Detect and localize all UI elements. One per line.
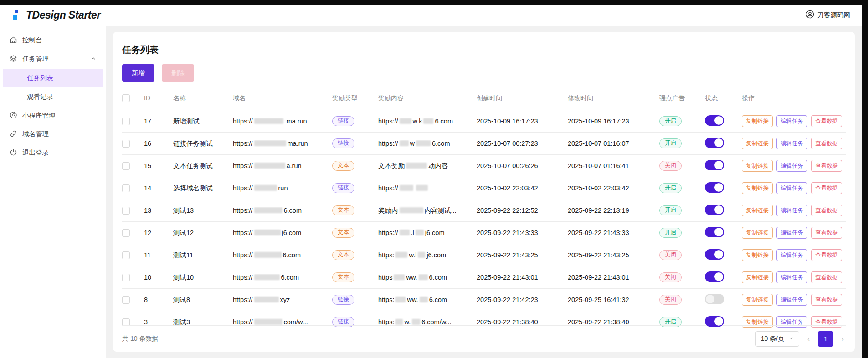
cell-created-time: 2025-09-22 21:43:25 (477, 251, 568, 259)
menu-collapse-icon[interactable] (109, 11, 119, 20)
edit-task-button[interactable]: 编辑任务 (776, 271, 807, 283)
row-checkbox[interactable] (122, 251, 130, 259)
status-toggle[interactable] (705, 205, 724, 215)
sidebar-item-task-management[interactable]: 任务管理 (0, 50, 106, 68)
sidebar-item-label: 控制台 (22, 36, 42, 45)
cell-modified-time: 2025-09-25 16:41:32 (568, 296, 659, 303)
force-ad-badge: 开启 (659, 138, 682, 149)
sidebar: 控制台 任务管理 任务列表 观看记录 小程序管理 (0, 26, 106, 358)
view-data-button[interactable]: 查看数据 (811, 205, 842, 216)
row-checkbox[interactable] (122, 184, 130, 192)
row-checkbox[interactable] (122, 207, 130, 215)
copy-link-button[interactable]: 复制链接 (742, 115, 773, 127)
status-toggle[interactable] (705, 316, 724, 327)
cell-modified-time: 2025-09-22 21:43:33 (568, 229, 659, 236)
select-all-checkbox[interactable] (122, 94, 130, 102)
user-menu[interactable]: 刀客源码网 (806, 10, 851, 20)
edit-task-button[interactable]: 编辑任务 (776, 249, 807, 261)
status-toggle[interactable] (705, 182, 724, 193)
cell-name: 新增测试 (173, 117, 233, 126)
cell-id: 8 (144, 296, 173, 303)
cell-id: 15 (144, 162, 173, 169)
column-header-force-ad: 强点广告 (659, 94, 705, 102)
sidebar-item-watch-records[interactable]: 观看记录 (3, 87, 103, 106)
delete-button[interactable]: 删除 (162, 64, 194, 82)
edit-task-button[interactable]: 编辑任务 (776, 205, 807, 216)
edit-task-button[interactable]: 编辑任务 (776, 227, 807, 239)
cell-reward-content: https:ww.6.com (378, 296, 477, 303)
cell-domain: https://6.com (233, 207, 332, 214)
censored-blur (254, 274, 280, 280)
user-name: 刀客源码网 (817, 11, 851, 20)
cell-id: 10 (144, 274, 173, 281)
table-footer: 共 10 条数据 10 条/页 ‹ 1 › (122, 325, 846, 352)
cell-domain: https://run (233, 184, 332, 192)
prev-page-button[interactable]: ‹ (806, 335, 812, 343)
view-data-button[interactable]: 查看数据 (811, 182, 842, 194)
copy-link-button[interactable]: 复制链接 (742, 160, 773, 172)
table-row: 10 测试10 https://6.com 文本 httpsww.6.com 2… (122, 266, 846, 288)
view-data-button[interactable]: 查看数据 (811, 249, 842, 261)
view-data-button[interactable]: 查看数据 (811, 271, 842, 283)
cell-id: 12 (144, 229, 173, 236)
next-page-button[interactable]: › (840, 335, 846, 343)
add-button[interactable]: 新增 (122, 64, 154, 82)
sidebar-item-dashboard[interactable]: 控制台 (0, 31, 106, 50)
cell-reward-content: 文本奖励动内容 (378, 162, 477, 170)
censored-blur (400, 140, 409, 146)
copy-link-button[interactable]: 复制链接 (742, 294, 773, 306)
view-data-button[interactable]: 查看数据 (811, 138, 842, 149)
table-row: 17 新增测试 https://.ma.run 链接 https://w.k6.… (122, 110, 846, 132)
view-data-button[interactable]: 查看数据 (811, 294, 842, 306)
view-data-button[interactable]: 查看数据 (811, 115, 842, 127)
row-checkbox[interactable] (122, 140, 130, 148)
edit-task-button[interactable]: 编辑任务 (776, 115, 807, 127)
censored-blur (254, 297, 279, 302)
row-checkbox[interactable] (122, 274, 130, 281)
force-ad-badge: 关闭 (659, 272, 682, 283)
copy-link-button[interactable]: 复制链接 (742, 182, 773, 194)
copy-link-button[interactable]: 复制链接 (742, 271, 773, 283)
status-toggle[interactable] (705, 271, 724, 282)
cell-domain: https://a.run (233, 162, 332, 169)
sidebar-item-domain-management[interactable]: 域名管理 (0, 125, 106, 143)
page-size-select[interactable]: 10 条/页 (755, 331, 799, 347)
row-checkbox[interactable] (122, 229, 130, 237)
view-data-button[interactable]: 查看数据 (811, 227, 842, 239)
table-header-row: ID 名称 域名 奖励类型 奖励内容 创建时间 修改时间 强点广告 状态 操作 (122, 92, 846, 110)
row-checkbox[interactable] (122, 118, 130, 125)
copy-link-button[interactable]: 复制链接 (742, 138, 773, 149)
cell-reward-content: 奖励内内容测试... (378, 206, 477, 215)
sidebar-item-logout[interactable]: 退出登录 (0, 143, 106, 162)
status-toggle[interactable] (705, 294, 724, 304)
sidebar-item-task-list[interactable]: 任务列表 (3, 69, 103, 87)
force-ad-badge: 开启 (659, 183, 682, 194)
reward-type-tag: 文本 (332, 228, 354, 238)
censored-blur (416, 140, 431, 146)
page-1-button[interactable]: 1 (818, 331, 833, 347)
sidebar-item-miniapp-management[interactable]: 小程序管理 (0, 106, 106, 125)
cell-domain: https://ma.run (233, 140, 332, 147)
edit-task-button[interactable]: 编辑任务 (776, 160, 807, 172)
copy-link-button[interactable]: 复制链接 (742, 227, 773, 239)
copy-link-button[interactable]: 复制链接 (742, 249, 773, 261)
edit-task-button[interactable]: 编辑任务 (776, 182, 807, 194)
row-checkbox[interactable] (122, 162, 130, 170)
status-toggle[interactable] (705, 115, 724, 126)
censored-blur (395, 252, 407, 258)
view-data-button[interactable]: 查看数据 (811, 160, 842, 172)
sidebar-item-label: 任务列表 (27, 74, 53, 82)
status-toggle[interactable] (705, 138, 724, 148)
cell-modified-time: 2025-09-22 21:43:25 (568, 251, 659, 259)
status-toggle[interactable] (705, 249, 724, 260)
edit-task-button[interactable]: 编辑任务 (776, 138, 807, 149)
column-header-id: ID (144, 94, 173, 102)
edit-task-button[interactable]: 编辑任务 (776, 294, 807, 306)
status-toggle[interactable] (705, 160, 724, 170)
row-checkbox[interactable] (122, 318, 130, 326)
status-toggle[interactable] (705, 227, 724, 237)
row-checkbox[interactable] (122, 296, 130, 304)
reward-type-tag: 文本 (332, 272, 354, 283)
power-icon (10, 148, 17, 158)
copy-link-button[interactable]: 复制链接 (742, 205, 773, 216)
